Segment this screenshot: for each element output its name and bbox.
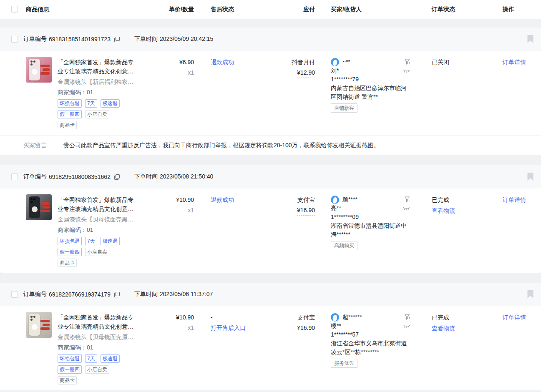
price-cell: ¥6.90 x1 [163, 57, 194, 77]
payable-cell: 支付宝 ¥16.90 [273, 312, 315, 333]
phone-case-graphic [29, 196, 40, 218]
order-checkbox[interactable] [11, 173, 18, 180]
price-cell: ¥10.90 x1 [163, 194, 194, 215]
copy-icon[interactable] [114, 36, 120, 43]
action-cell: 订单详情 [484, 312, 541, 322]
product-title[interactable]: 「全网独家首发」爆款新品专业专注玻璃壳精品文化创意… [58, 313, 137, 331]
column-header-payable: 应付 [273, 6, 315, 13]
bookmark-icon[interactable] [527, 173, 534, 181]
receiver-address: 浙江省金华市义乌市北苑街道 凌云*区**栋******** [331, 339, 409, 357]
product-title[interactable]: 「全网独家首发」爆款新品专业专注玻璃壳精品文化创意… [58, 58, 137, 76]
order-detail-link[interactable]: 订单详情 [503, 196, 526, 203]
unit-price: ¥6.90 [163, 58, 194, 67]
action-cell: 订单详情 [484, 57, 541, 67]
receiver-phone: 1********57 [331, 330, 409, 339]
bookmark-icon[interactable] [527, 35, 534, 43]
product-image[interactable] [26, 194, 52, 220]
order-time: 下单时间2023/05/06 11:37:07 [134, 291, 213, 298]
service-tag: 极速退 [101, 354, 120, 363]
service-tag: 商品卡 [58, 121, 77, 129]
service-tag: 7天 [85, 99, 97, 108]
buyer-nickname: 超****** [342, 313, 362, 322]
filter-funnel-icon[interactable] [404, 314, 410, 320]
product-tags: 坏损包退 7天 极速退 假一赔四 小店自卖 商品卡 [58, 99, 129, 129]
product-tags: 坏损包退 7天 极速退 假一赔四 小店自卖 商品卡 [58, 237, 129, 267]
buyer-tag: 高频购买 [331, 241, 357, 250]
product-cell: 「全网独家首发」爆款新品专业专注玻璃壳精品文化创意… 金属漆镜头【贝母镜面壳黑…… [26, 194, 163, 267]
order-checkbox[interactable] [11, 36, 18, 43]
select-all-checkbox[interactable] [11, 6, 18, 13]
service-tag: 小店自卖 [85, 365, 109, 374]
bookmark-icon[interactable] [527, 290, 534, 299]
order-card: 订单编号 6918315851401991723 下单时间2023/05/09 … [0, 28, 541, 155]
filter-funnel-icon[interactable] [404, 58, 410, 65]
receiver-name: 刘* [331, 66, 409, 75]
order-card-header: 订单编号 6918315851401991723 下单时间2023/05/09 … [0, 28, 541, 51]
receiver-address: 湖南省常德市澧县澧阳街道中海****** [331, 221, 409, 239]
after-sales-status-text: - [211, 313, 273, 322]
copy-icon[interactable] [114, 174, 120, 180]
after-sales-cell: - 打开售后入口 [194, 312, 273, 332]
service-tag: 商品卡 [58, 259, 77, 267]
payable-amount[interactable]: ¥16.90 [297, 323, 315, 333]
order-status-cell: 已关闭 [413, 57, 484, 67]
order-checkbox[interactable] [11, 291, 18, 298]
eye-closed-icon[interactable] [403, 207, 410, 211]
order-time: 下单时间2023/05/09 20:42:15 [134, 35, 213, 43]
product-image[interactable] [26, 312, 52, 338]
order-row: 「全网独家首发」爆款新品专业专注玻璃壳精品文化创意… 金属漆镜头【贝母镜面壳原…… [0, 306, 541, 390]
filter-funnel-icon[interactable] [404, 196, 410, 203]
order-status-text: 已关闭 [432, 58, 484, 67]
copy-icon[interactable] [114, 291, 120, 298]
payable-cell: 抖音月付 ¥12.90 [273, 57, 315, 78]
quantity: x1 [163, 68, 194, 77]
payable-amount[interactable]: ¥16.90 [297, 206, 315, 216]
view-logistics-link[interactable]: 查看物流 [432, 207, 455, 214]
phone-case-graphic [29, 59, 40, 80]
service-tag: 商品卡 [58, 376, 77, 384]
order-detail-link[interactable]: 订单详情 [503, 314, 526, 321]
product-title[interactable]: 「全网独家首发」爆款新品专业专注玻璃壳精品文化创意… [58, 195, 137, 214]
eye-closed-icon[interactable] [403, 69, 410, 74]
view-logistics-link[interactable]: 查看物流 [432, 325, 455, 332]
order-detail-link[interactable]: 订单详情 [503, 59, 526, 65]
open-after-sales-link[interactable]: 打开售后入口 [211, 324, 246, 331]
receiver-phone: 1********09 [331, 213, 409, 221]
after-sales-status-link[interactable]: 退款成功 [211, 58, 273, 67]
after-sales-cell: 退款成功 [194, 194, 273, 204]
product-spec: 金属漆镜头【新店福利独家… [58, 77, 139, 86]
product-image[interactable] [26, 57, 52, 83]
order-status-cell: 已完成 查看物流 [413, 194, 484, 215]
column-header-action: 操作 [484, 6, 541, 13]
quantity: x1 [163, 206, 194, 215]
after-sales-status-link[interactable]: 退款成功 [211, 195, 273, 204]
column-header-order-status: 订单状态 [413, 6, 484, 13]
order-status-text: 已完成 [432, 313, 484, 322]
buyer-message-row: 买家留言 贵公司此款产品宣传严重违反广告法，我已向工商行政部门举报，根据规定将罚… [0, 135, 541, 155]
product-cell: 「全网独家首发」爆款新品专业专注玻璃壳精品文化创意… 金属漆镜头【新店福利独家…… [26, 57, 163, 129]
buyer-nickname: 颜**** [342, 195, 357, 204]
order-no-label: 订单编号 [23, 291, 47, 298]
service-tag: 假一赔四 [58, 365, 82, 374]
merchant-code: 商家编码：01 [58, 343, 139, 352]
service-tag: 小店自卖 [85, 248, 109, 256]
buyer-cell: ~** 刘* 1********79 内蒙古自治区巴彦淖尔市临河区团结街道 警官… [315, 57, 413, 113]
service-tag: 假一赔四 [58, 110, 82, 118]
order-card: 订单编号 6918226766919374179 下单时间2023/05/06 … [0, 283, 541, 390]
unit-price: ¥10.90 [163, 195, 194, 204]
buyer-avatar [331, 196, 339, 204]
after-sales-cell: 退款成功 [194, 57, 273, 67]
column-header-buyer: 买家/收货人 [315, 6, 413, 13]
receiver-name: 楼** [331, 322, 409, 330]
price-cell: ¥10.90 x1 [163, 312, 194, 332]
payable-amount[interactable]: ¥12.90 [297, 68, 315, 78]
payment-method: 抖音月付 [273, 58, 315, 67]
product-spec: 金属漆镜头【贝母镜面壳原… [58, 332, 139, 342]
order-card-header: 订单编号 6918226766919374179 下单时间2023/05/06 … [0, 283, 541, 306]
order-no-label: 订单编号 [23, 173, 47, 181]
product-tags: 坏损包退 7天 极速退 假一赔四 小店自卖 商品卡 [58, 354, 129, 384]
eye-closed-icon[interactable] [403, 324, 410, 329]
service-tag: 7天 [85, 237, 97, 245]
order-status-cell: 已完成 查看物流 [413, 312, 484, 333]
order-row: 「全网独家首发」爆款新品专业专注玻璃壳精品文化创意… 金属漆镜头【贝母镜面壳黑…… [0, 188, 541, 273]
